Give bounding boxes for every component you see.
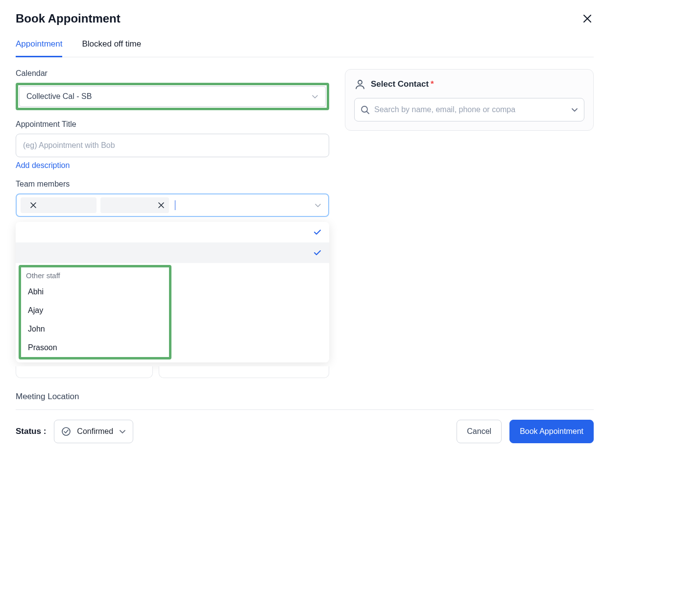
status-value: Confirmed: [77, 427, 113, 436]
calendar-highlight: Collective Cal - SB: [16, 83, 329, 110]
obscured-field[interactable]: [159, 366, 329, 378]
contact-search[interactable]: [354, 98, 584, 121]
team-dropdown: Other staff Abhi Ajay John Prasoon: [16, 222, 329, 362]
svg-point-0: [358, 80, 362, 84]
selected-member-chip: [21, 197, 97, 213]
close-button[interactable]: [581, 12, 594, 25]
tab-appointment[interactable]: Appointment: [16, 39, 62, 57]
status-label: Status :: [16, 427, 46, 436]
svg-point-2: [62, 428, 70, 435]
close-icon: [30, 202, 36, 208]
cancel-button[interactable]: Cancel: [457, 420, 502, 443]
select-contact-panel: Select Contact*: [345, 69, 594, 131]
team-members-label: Team members: [16, 180, 329, 189]
calendar-label: Calendar: [16, 69, 329, 78]
tab-blocked-off-time[interactable]: Blocked off time: [82, 39, 141, 57]
calendar-selected-value: Collective Cal - SB: [26, 92, 92, 101]
modal-title: Book Appointment: [16, 12, 121, 25]
other-staff-highlight: Other staff Abhi Ajay John Prasoon: [19, 265, 171, 359]
select-contact-label: Select Contact*: [371, 79, 434, 89]
chevron-down-icon: [314, 203, 324, 208]
book-appointment-button[interactable]: Book Appointment: [509, 420, 594, 443]
contact-search-input[interactable]: [374, 105, 566, 114]
check-icon: [314, 250, 321, 256]
obscured-field[interactable]: [16, 366, 153, 378]
check-circle-icon: [61, 427, 71, 436]
remove-chip-button[interactable]: [158, 202, 164, 208]
appointment-title-input[interactable]: [16, 134, 329, 157]
dropdown-option-selected[interactable]: [16, 242, 329, 263]
svg-point-1: [362, 106, 367, 112]
dropdown-option-selected[interactable]: [16, 222, 329, 242]
add-description-link[interactable]: Add description: [16, 161, 70, 170]
staff-option[interactable]: John: [21, 320, 169, 338]
remove-chip-button[interactable]: [30, 202, 36, 208]
calendar-select[interactable]: Collective Cal - SB: [19, 86, 326, 107]
staff-option[interactable]: Ajay: [21, 301, 169, 320]
chevron-down-icon: [312, 94, 318, 99]
status-select[interactable]: Confirmed: [54, 420, 133, 443]
staff-option[interactable]: Abhi: [21, 283, 169, 301]
other-staff-header: Other staff: [21, 267, 169, 283]
staff-option[interactable]: Prasoon: [21, 338, 169, 357]
selected-member-chip: [100, 197, 169, 213]
team-members-multiselect[interactable]: [16, 193, 329, 217]
divider: [16, 409, 594, 410]
check-icon: [314, 229, 321, 235]
chevron-down-icon: [571, 107, 578, 112]
required-asterisk: *: [431, 79, 434, 89]
close-icon: [158, 202, 164, 208]
meeting-location-label: Meeting Location: [16, 392, 329, 402]
obscured-fields-row: [16, 366, 329, 378]
person-icon: [354, 78, 366, 90]
chevron-down-icon: [119, 429, 126, 434]
close-icon: [583, 14, 592, 23]
tab-bar: Appointment Blocked off time: [16, 39, 594, 57]
search-icon: [361, 105, 369, 114]
text-caret: [175, 200, 175, 210]
appointment-title-label: Appointment Title: [16, 120, 329, 129]
